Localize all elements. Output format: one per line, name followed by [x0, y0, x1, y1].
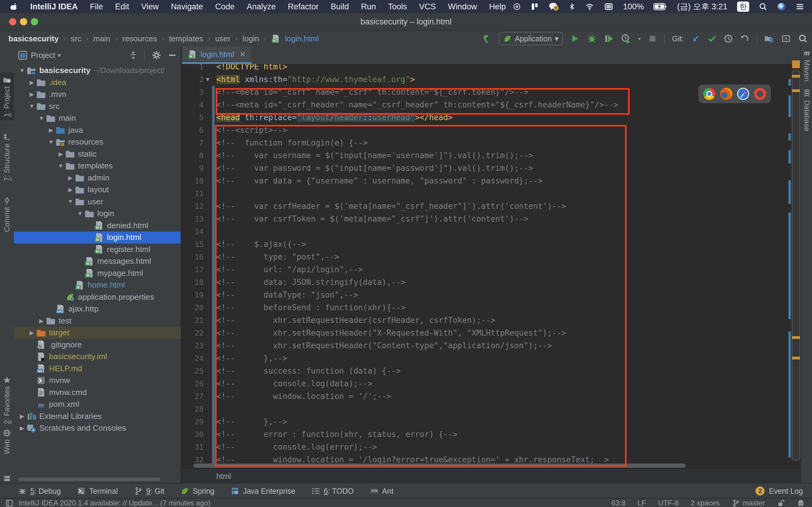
code-line[interactable]: 24<!-- },-->: [182, 352, 787, 364]
code-line[interactable]: 25<!-- success: function (data) {-->: [182, 364, 787, 377]
toolwindow-button-java-enterprise[interactable]: EEJava Enterprise: [231, 487, 295, 496]
project-panel-title[interactable]: Project: [31, 51, 55, 60]
stripe-button-database[interactable]: Database: [801, 89, 812, 131]
tree-row-java[interactable]: ▶java: [14, 124, 181, 136]
tree-row-denied-html[interactable]: Hdenied.html: [14, 220, 181, 232]
rollback-button[interactable]: [740, 34, 749, 43]
code-line[interactable]: 2<html xmlns:th="http://www.thymeleaf.or…: [182, 73, 787, 86]
tree-row-src[interactable]: ▼src: [14, 101, 181, 113]
chevron-down-icon[interactable]: ▾: [58, 52, 61, 59]
code-line[interactable]: 19<!-- dataType: "json",-->: [182, 288, 787, 301]
tree-row-login[interactable]: ▼login: [14, 208, 181, 220]
editor-vertical-scrollbar[interactable]: [792, 70, 800, 460]
tree-row-application-properties[interactable]: application.properties: [14, 291, 181, 303]
code-line[interactable]: 21<!-- xhr.setRequestHeader(csrfHeader, …: [182, 314, 787, 327]
search-icon[interactable]: [759, 2, 767, 11]
stripe-button-commit[interactable]: Commit: [0, 193, 14, 236]
chevron-down-icon[interactable]: ▾: [638, 36, 641, 42]
menu-item-refactor[interactable]: Refactor: [288, 2, 319, 11]
tree-row-target[interactable]: ▶target: [14, 327, 181, 339]
tree-row-basicsecurity-iml[interactable]: basicsecurity.iml: [14, 351, 181, 363]
menu-item-vcs[interactable]: VCS: [419, 2, 436, 11]
editor-horizontal-scrollbar[interactable]: [193, 463, 686, 468]
bluetooth-icon[interactable]: [568, 2, 575, 11]
code-line[interactable]: 16<!-- type: "post",-->: [182, 250, 787, 263]
breadcrumb-file[interactable]: login.html: [285, 34, 319, 44]
tree-expand-arrow[interactable]: ▼: [27, 103, 36, 110]
menu-item-help[interactable]: Help: [489, 2, 506, 11]
code-editor[interactable]: 1<!DOCTYPE html>2<html xmlns:th="http://…: [182, 64, 787, 468]
code-line[interactable]: 5<head th:replace="layout/header::userHe…: [182, 111, 787, 124]
tree-row-static[interactable]: ▶static: [14, 148, 181, 160]
tree-expand-arrow[interactable]: ▼: [37, 115, 46, 122]
toolwindow-button-terminal[interactable]: Terminal: [77, 487, 117, 496]
tree-row-mvnw-cmd[interactable]: mvnw.cmd: [14, 387, 181, 399]
event-log-button[interactable]: 2 Event Log: [756, 487, 812, 496]
breadcrumb-item-templates[interactable]: templates: [169, 34, 203, 44]
tree-row-test[interactable]: ▶test: [14, 315, 181, 327]
toolwindow-button-ant[interactable]: Ant: [370, 487, 394, 496]
code-line[interactable]: 6<!--<script>-->: [182, 124, 787, 136]
inspection-indicator[interactable]: [792, 60, 800, 68]
menu-item-run[interactable]: Run: [361, 2, 376, 11]
tree-expand-arrow[interactable]: ▼: [17, 67, 27, 74]
git-update-button[interactable]: [691, 34, 700, 43]
debug-button[interactable]: [587, 34, 597, 44]
tree-expand-arrow[interactable]: ▼: [66, 198, 75, 205]
code-line[interactable]: 31<!-- console.log(error);-->: [182, 441, 787, 453]
tree-collapse-arrow[interactable]: ▶: [27, 329, 36, 336]
tree-expand-arrow[interactable]: ▼: [75, 210, 85, 217]
breadcrumb-item-login[interactable]: login: [243, 34, 259, 44]
tree-row-scratches-and-consoles[interactable]: ▶Scratches and Consoles: [14, 422, 181, 434]
toolwindow-button-spring[interactable]: Spring: [181, 487, 214, 496]
line-separator[interactable]: LF: [638, 499, 646, 507]
tree-collapse-arrow[interactable]: ▶: [56, 151, 65, 158]
hide-panel-button[interactable]: [168, 51, 176, 59]
gear-icon[interactable]: [152, 50, 161, 60]
tree-row-layout[interactable]: ▶layout: [14, 184, 181, 196]
display-icon[interactable]: [604, 2, 613, 11]
code-line[interactable]: 26<!-- console.log(data);-->: [182, 377, 787, 390]
tree-row-messages-html[interactable]: Hmessages.html: [14, 255, 181, 267]
ime-indicator[interactable]: 한: [737, 1, 749, 12]
breadcrumb-item-resources[interactable]: resources: [122, 34, 157, 44]
profiler-button[interactable]: [621, 34, 631, 44]
menu-item-navigate[interactable]: Navigate: [171, 2, 203, 11]
menu-item-view[interactable]: View: [141, 2, 159, 11]
search-everywhere-button[interactable]: [798, 34, 808, 44]
run-button[interactable]: [570, 34, 580, 44]
breadcrumb-html[interactable]: html: [216, 472, 231, 481]
run-config-selector[interactable]: Application▾: [499, 32, 563, 45]
tree-row-user[interactable]: ▼user: [14, 196, 181, 208]
code-line[interactable]: 23<!-- xhr.setRequestHeader("Content-typ…: [182, 339, 787, 352]
toolwindow-button-6-todo[interactable]: 6: TODO: [312, 487, 354, 496]
tree-row-help-md[interactable]: MDHELP.md: [14, 363, 181, 375]
control-center-icon[interactable]: [796, 2, 804, 11]
tree-row--idea[interactable]: ▶.idea: [14, 77, 181, 89]
git-branch-widget[interactable]: master: [732, 499, 765, 507]
code-line[interactable]: 29<!-- },-->: [182, 415, 787, 428]
tree-row-main[interactable]: ▼main: [14, 112, 181, 124]
stripe-button-web[interactable]: Web: [0, 426, 14, 458]
code-line[interactable]: 10<!-- var data = {"username" : username…: [182, 174, 787, 187]
tree-row-mvnw[interactable]: mvnw: [14, 375, 181, 387]
wifi-icon[interactable]: [585, 3, 595, 11]
app-status-icon[interactable]: [513, 3, 521, 11]
reader-mode-icon[interactable]: [797, 499, 805, 507]
fold-arrow-icon[interactable]: ▾: [206, 75, 209, 83]
toolwindow-toggle-icon[interactable]: [5, 499, 13, 507]
breadcrumb-item-basicsecurity[interactable]: basicsecurity: [8, 34, 59, 44]
tree-row-register-html[interactable]: Hregister.html: [14, 243, 181, 256]
collapse-all-button[interactable]: [129, 51, 138, 60]
menu-app-name[interactable]: IntelliJ IDEA: [30, 2, 78, 11]
code-line[interactable]: 15<!-- $.ajax({-->: [182, 238, 787, 250]
code-line[interactable]: 9<!-- var password = $("input[name='pass…: [182, 162, 787, 174]
code-line[interactable]: 13<!-- var csrfToken = $('meta[name="_cs…: [182, 213, 787, 225]
tree-collapse-arrow[interactable]: ▶: [27, 79, 36, 86]
tree-row-admin[interactable]: ▶admin: [14, 172, 181, 184]
menu-item-edit[interactable]: Edit: [115, 2, 129, 11]
build-hammer-icon[interactable]: [481, 34, 492, 44]
run-anything-button[interactable]: [781, 34, 791, 44]
code-line[interactable]: 11: [182, 187, 787, 200]
code-line[interactable]: 4<!--<meta id="_csrf_header" name="_csrf…: [182, 98, 787, 111]
